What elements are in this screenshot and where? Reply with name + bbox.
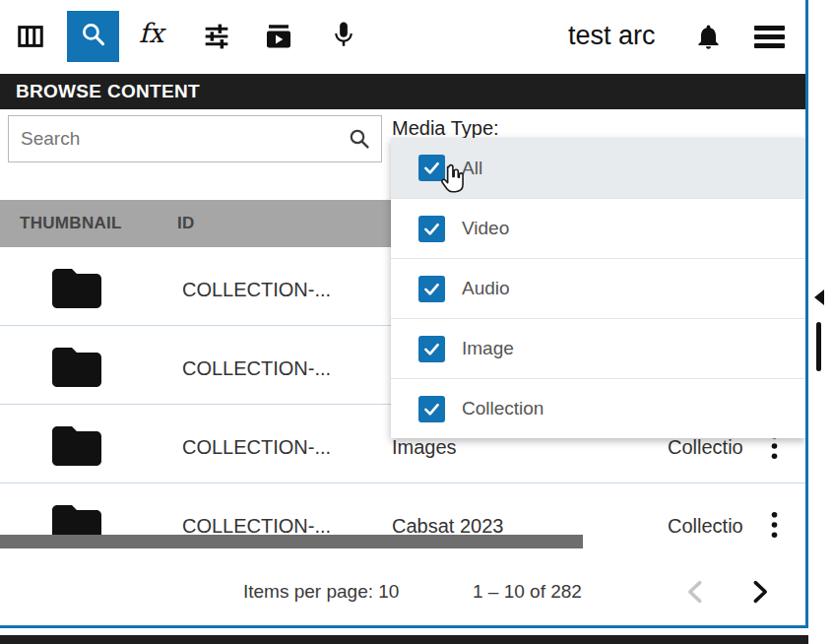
option-label: Video — [462, 218, 509, 239]
search-input[interactable] — [9, 128, 338, 150]
microphone-icon[interactable] — [329, 20, 358, 49]
columns-view-icon[interactable] — [16, 22, 45, 51]
kebab-menu-icon[interactable] — [771, 511, 778, 543]
fx-icon[interactable]: fx — [139, 18, 163, 48]
folder-icon — [47, 417, 106, 480]
page-title: BROWSE CONTENT — [16, 81, 200, 102]
search-tab-active[interactable] — [67, 11, 119, 62]
paginator: Items per page: 10 1 – 10 of 282 — [0, 548, 805, 625]
option-label: Image — [462, 338, 514, 359]
cell-id: COLLECTION-... — [182, 357, 331, 380]
cell-id: COLLECTION-... — [182, 436, 331, 459]
folder-icon — [47, 259, 106, 322]
cell-type: Collectio — [668, 515, 743, 538]
vertical-scrollbar-thumb[interactable] — [816, 322, 821, 371]
search-icon[interactable] — [338, 127, 381, 151]
checkbox-checked-icon[interactable] — [418, 336, 445, 362]
toolbar: fx test arc — [0, 0, 805, 74]
chevron-right-icon[interactable] — [744, 577, 774, 611]
chevron-left-icon[interactable] — [681, 577, 711, 611]
media-type-label: Media Type: — [392, 117, 499, 140]
option-label: Collection — [462, 398, 544, 419]
browse-content-header: BROWSE CONTENT — [0, 74, 805, 109]
search-icon — [80, 21, 107, 52]
checkbox-checked-icon[interactable] — [418, 396, 445, 422]
menu-icon[interactable] — [754, 26, 785, 48]
media-type-option-video[interactable]: Video — [391, 198, 805, 258]
bottom-bar — [0, 635, 808, 644]
media-type-option-all[interactable]: All — [391, 138, 805, 198]
media-type-option-collection[interactable]: Collection — [391, 378, 805, 438]
media-type-option-audio[interactable]: Audio — [391, 258, 805, 318]
folder-icon — [47, 338, 106, 401]
column-header-thumbnail: THUMBNAIL — [20, 214, 122, 233]
option-label: All — [462, 158, 482, 179]
main-panel: fx test arc — [0, 0, 808, 628]
cell-id: COLLECTION-... — [182, 279, 331, 301]
items-per-page-label: Items per page: 10 — [243, 581, 399, 603]
page-range-label: 1 – 10 of 282 — [473, 581, 582, 603]
media-type-option-image[interactable]: Image — [391, 318, 805, 378]
account-name[interactable]: test arc — [568, 21, 656, 51]
checkbox-checked-icon[interactable] — [418, 155, 445, 181]
column-header-id: ID — [177, 214, 195, 233]
horizontal-scrollbar-thumb[interactable] — [0, 535, 583, 548]
notifications-bell-icon[interactable] — [694, 23, 723, 51]
app: fx test arc — [0, 0, 833, 644]
search-box — [8, 115, 382, 162]
sliders-icon[interactable] — [201, 21, 232, 52]
checkbox-checked-icon[interactable] — [418, 216, 445, 242]
cell-type: Collectio — [668, 436, 743, 459]
cell-title: Images — [392, 436, 457, 459]
checkbox-checked-icon[interactable] — [418, 276, 445, 302]
collapse-panel-icon[interactable] — [814, 290, 824, 305]
option-label: Audio — [462, 278, 510, 299]
media-type-dropdown: All Video Audio Image — [391, 138, 805, 438]
video-library-icon[interactable] — [263, 21, 294, 52]
